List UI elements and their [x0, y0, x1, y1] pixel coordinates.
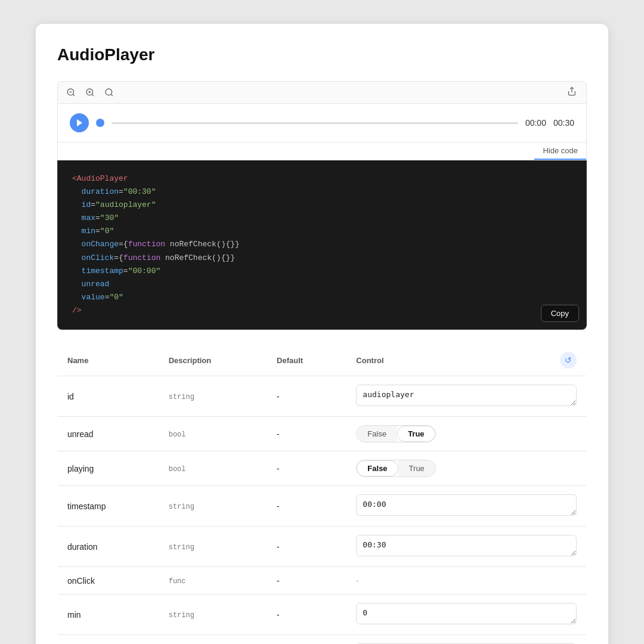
code-content: <AudioPlayer duration="00:30" id="audiop…	[72, 172, 572, 317]
prop-control[interactable]	[346, 595, 586, 635]
prop-type: string	[159, 527, 267, 567]
toolbar	[57, 81, 587, 104]
main-card: AudioPlayer	[36, 24, 608, 644]
prop-control[interactable]: -	[346, 567, 586, 595]
prop-name: min	[58, 595, 159, 635]
control-input[interactable]	[356, 385, 577, 406]
zoom-out-icon[interactable]	[65, 86, 77, 98]
table-row: maxstring-	[58, 635, 587, 644]
prop-default: -	[267, 567, 346, 595]
prop-type: string	[159, 595, 267, 635]
bool-false-button[interactable]: False	[357, 460, 398, 476]
table-row: timestampstring-	[58, 486, 587, 527]
control-input[interactable]	[356, 603, 577, 624]
time-current: 00:00	[525, 118, 546, 128]
prop-control[interactable]: FalseTrue	[346, 451, 586, 486]
page-title: AudioPlayer	[57, 45, 587, 64]
time-total: 00:30	[553, 118, 574, 128]
svg-line-1	[73, 94, 75, 96]
code-block: <AudioPlayer duration="00:30" id="audiop…	[57, 160, 587, 330]
zoom-in-icon[interactable]	[84, 86, 96, 98]
audio-player: 00:00 00:30	[70, 113, 574, 132]
bool-false-button[interactable]: False	[357, 426, 397, 442]
control-input[interactable]	[356, 535, 577, 556]
prop-default: -	[267, 417, 346, 451]
prop-default: -	[267, 376, 346, 417]
prop-type: bool	[159, 417, 267, 451]
control-input[interactable]	[356, 494, 577, 516]
svg-marker-10	[77, 119, 82, 126]
control-dash: -	[356, 576, 359, 586]
prop-default: -	[267, 527, 346, 567]
hide-code-button[interactable]: Hide code	[534, 143, 586, 160]
prop-type: string	[159, 376, 267, 417]
prop-name: unread	[58, 417, 159, 451]
bool-toggle: FalseTrue	[356, 460, 436, 477]
prop-control[interactable]	[346, 635, 586, 644]
table-row: idstring-	[58, 376, 587, 417]
prop-name: max	[58, 635, 159, 644]
prop-control[interactable]	[346, 527, 586, 567]
table-row: playingbool-FalseTrue	[58, 451, 587, 486]
prop-type: func	[159, 567, 267, 595]
bool-toggle: FalseTrue	[356, 425, 435, 442]
progress-track[interactable]	[112, 122, 518, 124]
prop-type: string	[159, 486, 267, 527]
svg-line-4	[92, 94, 94, 96]
reset-button[interactable]: ↺	[560, 352, 577, 369]
prop-default: -	[267, 595, 346, 635]
prop-name: timestamp	[58, 486, 159, 527]
prop-control[interactable]	[346, 486, 586, 527]
player-container: 00:00 00:30	[57, 104, 587, 143]
table-row: unreadbool-FalseTrue	[58, 417, 587, 451]
prop-name: id	[58, 376, 159, 417]
play-button[interactable]	[70, 113, 89, 132]
prop-default: -	[267, 486, 346, 527]
col-header-description: Description	[159, 345, 267, 376]
col-header-control: Control ↺	[346, 345, 586, 376]
prop-type: bool	[159, 451, 267, 486]
prop-control[interactable]	[346, 376, 586, 417]
props-table: Name Description Default Control ↺ idstr…	[57, 344, 587, 644]
prop-name: playing	[58, 451, 159, 486]
prop-name: duration	[58, 527, 159, 567]
prop-name: onClick	[58, 567, 159, 595]
zoom-reset-icon[interactable]	[103, 86, 115, 98]
table-row: durationstring-	[58, 527, 587, 567]
col-header-default: Default	[267, 345, 346, 376]
prop-default: -	[267, 635, 346, 644]
copy-button[interactable]: Copy	[541, 305, 579, 322]
bool-true-button[interactable]: True	[397, 426, 435, 442]
bool-true-button[interactable]: True	[398, 460, 435, 476]
prop-default: -	[267, 451, 346, 486]
table-row: onClickfunc--	[58, 567, 587, 595]
table-row: minstring-	[58, 595, 587, 635]
col-header-name: Name	[58, 345, 159, 376]
share-icon[interactable]	[567, 86, 579, 98]
progress-thumb[interactable]	[96, 119, 104, 127]
svg-line-8	[111, 94, 113, 96]
hide-code-bar: Hide code	[57, 143, 587, 160]
svg-point-7	[106, 89, 112, 95]
prop-control[interactable]: FalseTrue	[346, 417, 586, 451]
prop-type: string	[159, 635, 267, 644]
